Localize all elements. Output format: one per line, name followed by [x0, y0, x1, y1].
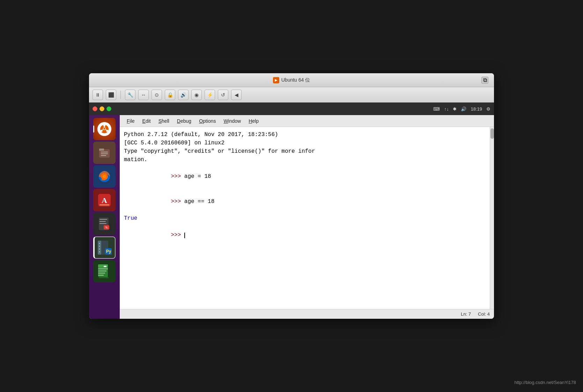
svg-rect-8: [99, 149, 104, 151]
dock: A ✎: [89, 115, 120, 319]
maximize-button[interactable]: [106, 106, 111, 111]
scrollbar-thumb[interactable]: [490, 128, 494, 139]
arrow-button[interactable]: ◀: [231, 90, 242, 100]
pause-button[interactable]: ⏸: [93, 90, 103, 100]
svg-rect-20: [99, 221, 106, 222]
volume-icon: 🔊: [461, 106, 466, 112]
menu-options[interactable]: Options: [195, 117, 219, 125]
shell-header-3: Type "copyright", "credits" or "license(…: [124, 147, 486, 156]
prompt-2: >>>: [171, 198, 184, 205]
bluetooth-icon: ✱: [453, 106, 457, 112]
snapshot-button[interactable]: ◉: [191, 90, 202, 100]
svg-rect-29: [99, 251, 100, 252]
shell-prompt-current[interactable]: >>>: [124, 223, 486, 248]
shell-cmd-2: >>> age == 18: [124, 189, 486, 214]
status-col: Col: 4: [478, 311, 490, 317]
svg-rect-19: [99, 219, 107, 220]
menu-debug[interactable]: Debug: [174, 117, 195, 125]
svg-rect-38: [98, 275, 104, 276]
dock-item-notebook1[interactable]: ✎: [93, 213, 116, 235]
cmd-2-text: age == 18: [184, 198, 214, 205]
network-icon: ↑↓: [444, 106, 449, 112]
toolbar-separator-1: [120, 91, 121, 99]
ubuntu-status-right: ⌨ ↑↓ ✱ 🔊 18:19 ⚙: [433, 106, 490, 112]
ubuntu-content: A ✎: [89, 115, 494, 319]
vm-toolbar: ⏸ ⬛ 🔧 ↔ ⊙ 🔒 🔊 ◉ ⚡ ↺ ◀: [89, 87, 494, 103]
usb-button[interactable]: ⚡: [205, 90, 215, 100]
svg-rect-27: [99, 246, 100, 247]
firefox-icon: [97, 169, 112, 184]
cursor: [184, 233, 185, 238]
menu-window[interactable]: Window: [220, 117, 244, 125]
dock-item-files[interactable]: [93, 142, 116, 164]
idle-app: File Edit Shell Debug Options Window Hel…: [120, 115, 494, 319]
vm-window: ▶ Ubuntu 64 位 ⧉ ⏸ ⬛ 🔧 ↔ ⊙ 🔒 🔊 ◉ ⚡ ↺ ◀ ⌨ …: [89, 73, 494, 319]
idle-menubar: File Edit Shell Debug Options Window Hel…: [120, 115, 494, 127]
cmd-1-text: age = 18: [184, 173, 211, 180]
ubuntu-logo-icon: [97, 122, 111, 136]
lock-button[interactable]: 🔒: [165, 90, 175, 100]
svg-rect-37: [98, 273, 105, 273]
close-button[interactable]: [93, 106, 97, 111]
remote-button[interactable]: ↔: [138, 90, 149, 100]
menu-help[interactable]: Help: [245, 117, 262, 125]
screenshot-button[interactable]: ⬛: [106, 90, 116, 100]
dock-item-ubuntu[interactable]: [93, 118, 116, 140]
svg-rect-21: [99, 223, 106, 224]
svg-rect-17: [99, 204, 109, 205]
clock: 18:19: [471, 106, 482, 112]
svg-text:Py: Py: [106, 249, 111, 254]
svg-rect-36: [98, 271, 106, 271]
dock-item-firefox[interactable]: [93, 165, 116, 188]
capture-button[interactable]: ⊙: [152, 90, 162, 100]
keyboard-icon: ⌨: [433, 106, 440, 112]
watermark: http://blog.csdn.net/SeanYi178: [514, 380, 576, 385]
shell-header-4: mation.: [124, 156, 486, 164]
vm-title: ▶ Ubuntu 64 位: [273, 77, 310, 83]
dock-item-appstore[interactable]: A: [93, 189, 116, 211]
ubuntu-svg: [99, 124, 110, 134]
menu-shell[interactable]: Shell: [155, 117, 173, 125]
shell-header-2: [GCC 5.4.0 20160609] on linux2: [124, 139, 486, 147]
svg-point-1: [103, 125, 105, 127]
notebook1-icon: ✎: [97, 216, 112, 232]
shell-cmd-1: >>> age = 18: [124, 164, 486, 189]
settings-icon[interactable]: ⚙: [486, 106, 490, 112]
dock-item-notebook2[interactable]: Py: [93, 236, 116, 259]
vm-titlebar: ▶ Ubuntu 64 位 ⧉: [89, 73, 494, 87]
shell-result-1: True: [124, 214, 486, 223]
files-icon: [97, 146, 111, 160]
vm-title-text: Ubuntu 64 位: [281, 77, 310, 83]
svg-point-2: [101, 130, 103, 132]
docs-icon: [97, 264, 112, 279]
menu-file[interactable]: File: [123, 117, 138, 125]
settings-button[interactable]: 🔧: [125, 90, 135, 100]
status-line: Ln: 7: [461, 311, 471, 317]
prompt-1: >>>: [171, 173, 184, 180]
svg-rect-34: [99, 277, 109, 278]
shell-header-1: Python 2.7.12 (default, Nov 20 2017, 18:…: [124, 130, 486, 139]
refresh-button[interactable]: ↺: [218, 90, 228, 100]
vm-maximize-button[interactable]: ⧉: [481, 77, 488, 84]
svg-rect-28: [99, 248, 100, 250]
svg-point-3: [106, 130, 108, 132]
python-notebook-icon: Py: [97, 240, 112, 255]
shell-area: Python 2.7.12 (default, Nov 20 2017, 18:…: [120, 127, 494, 309]
svg-rect-35: [98, 269, 108, 269]
menu-edit[interactable]: Edit: [139, 117, 154, 125]
svg-rect-39: [104, 266, 106, 267]
prompt-3: >>>: [171, 232, 184, 238]
vm-title-icon: ▶: [273, 77, 279, 83]
scrollbar[interactable]: [490, 127, 494, 309]
svg-text:A: A: [102, 196, 107, 205]
appstore-icon: A: [97, 193, 112, 208]
minimize-button[interactable]: [99, 106, 104, 111]
svg-text:✎: ✎: [105, 226, 108, 229]
ubuntu-window: ⌨ ↑↓ ✱ 🔊 18:19 ⚙: [89, 103, 494, 319]
audio-button[interactable]: 🔊: [178, 90, 189, 100]
ubuntu-topbar: ⌨ ↑↓ ✱ 🔊 18:19 ⚙: [89, 103, 494, 115]
svg-rect-26: [99, 243, 100, 244]
shell-content[interactable]: Python 2.7.12 (default, Nov 20 2017, 18:…: [120, 127, 490, 309]
idle-statusbar: Ln: 7 Col: 4: [120, 309, 494, 319]
dock-item-docs[interactable]: [93, 260, 116, 282]
